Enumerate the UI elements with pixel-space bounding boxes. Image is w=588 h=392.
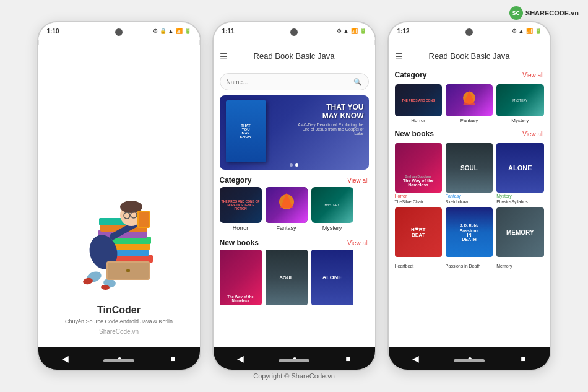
phone-1-screen: TinCoder Chuyên Source Code Android Java… [38,45,200,347]
category-label-fantasy: Fantasy [276,225,296,231]
phone-3-category-header: Category View all [389,68,550,82]
phone-3-status-icons: ⚙▲📶🔋 [512,28,542,34]
book-grid-cover-1: Graham Douglass The Way of the Nameless [395,143,442,193]
phone-3-category-title: Category [395,71,427,79]
fantasy-cover-3 [446,84,493,116]
nav-back-btn[interactable]: ◀ [62,354,69,364]
book-grid-cover-4: H❤RTBEAT [395,207,442,257]
watermark-top: SC SHARECODE.vn [509,6,579,20]
book-grid-cover-3: ALONE [496,143,543,193]
phone-3-header-title: Read Book Basic Java [429,51,510,61]
horror-cover-3: THE PROS AND CONS [395,84,442,116]
brand-name: SHARECODE.vn [525,9,579,17]
phone-2-banner-title: THAT YOUMAY KNOW [296,103,364,121]
cat-grid-fantasy[interactable]: Fantasy [446,84,493,123]
svg-rect-22 [139,212,149,227]
nav-recent-btn[interactable]: ■ [170,354,175,364]
book-grid-1[interactable]: Graham Douglass The Way of the Nameless … [395,143,442,204]
book-item-3[interactable]: ALONE [311,250,353,305]
book-grid-5[interactable]: J. D. Robb PassionsINDEATH · Passions in… [446,207,493,268]
book-title-1: TheSilverChair [395,199,442,204]
cat-grid-horror[interactable]: THE PROS AND CONS Horror [395,84,442,123]
phone-1-nav: ◀ ● ■ [38,347,200,370]
book-genre-2: Fantasy [446,194,493,198]
category-label-mystery: Mystery [322,225,342,231]
phone-2-search-input[interactable] [227,79,353,85]
banner-dot-2[interactable] [295,163,298,167]
phone-2-menu-icon[interactable]: ☰ [220,51,228,61]
book-cover-1: The Way of the Nameless [220,250,262,305]
phone-2-screen: ☰ Read Book Basic Java 🔍 THATYOUMAYKNOW … [214,45,375,347]
phone-1-camera [115,28,123,36]
phone-3-speaker [454,359,485,362]
book-title-5: Passions in Death [446,264,493,268]
phone-3-books-grid: Graham Douglass The Way of the Nameless … [389,141,550,271]
book-grid-4[interactable]: H❤RTBEAT · Heartbeat [395,207,442,268]
phone-2-nav-back[interactable]: ◀ [237,354,244,364]
phone-3-newbooks-title: New books [395,129,434,138]
splash-content: TinCoder Chuyên Source Code Android Java… [38,45,200,347]
phone-3-nav-back[interactable]: ◀ [412,354,419,364]
book-title-6: Memory [496,264,543,268]
phone-2-nav-recent[interactable]: ■ [345,354,350,364]
splash-watermark: ShareCode.vn [99,328,139,335]
phone-3: 1:12 ⚙▲📶🔋 ☰ Read Book Basic Java Categor… [387,21,551,371]
phone-1-time: 1:10 [47,28,59,35]
cat-grid-img-mystery: MYSTERY [496,84,543,116]
phone-3-category-grid: THE PROS AND CONS Horror F [389,82,550,127]
phone-2-app-header: ☰ Read Book Basic Java [214,45,375,68]
phone-2-status-icons: ⚙▲📶🔋 [337,28,366,34]
phone-2-category-row: THE PROS AND CONS OF GORE IN SCIENCE FIC… [214,187,375,236]
horror-cover: THE PROS AND CONS OF GORE IN SCIENCE FIC… [220,187,262,223]
phone-2-nav: ◀ ● ■ [214,347,375,370]
phone-2-camera [290,28,298,36]
cat-grid-label-mystery: Mystery [511,118,529,123]
book-grid-cover-5: J. D. Robb PassionsINDEATH [446,207,493,257]
phone-2-search-icon: 🔍 [353,78,362,86]
phone-3-nav-recent[interactable]: ■ [521,354,525,364]
phone-3-newbooks-header: New books View all [389,127,550,141]
phone-1-speaker [103,359,134,362]
book-cover-2: SOUL [266,250,308,305]
splash-tagline: Chuyên Source Code Android Java & Kotlin [65,318,173,324]
cat-grid-mystery[interactable]: MYSTERY Mystery [496,84,543,123]
phone-3-newbooks-view-all[interactable]: View all [522,131,543,137]
cat-grid-label-fantasy: Fantasy [460,118,478,123]
category-img-fantasy [266,187,308,223]
book-grid-2[interactable]: SOUL Fantasy Sketchdraw [446,143,493,204]
phone-2-time: 1:11 [222,28,235,35]
category-img-horror: THE PROS AND CONS OF GORE IN SCIENCE FIC… [220,187,262,223]
phone-2-newbooks-title: New books [220,238,259,247]
phone-3-category-view-all[interactable]: View all [522,72,543,79]
cat-grid-img-fantasy [446,84,493,116]
category-card-fantasy[interactable]: Fantasy [266,187,308,231]
phone-2-banner-dots [290,163,298,167]
book-title-2: Sketchdraw [446,199,493,204]
phone-3-menu-icon[interactable]: ☰ [395,51,403,61]
book-genre-1: Horror [395,194,442,198]
book-title-4: Heartbeat [395,264,442,268]
phone-1: 1:10 ⚙🔒▲📶🔋 [37,21,201,371]
phone-2-header-title: Read Book Basic Java [254,51,335,61]
phone-3-camera [465,28,473,36]
phone-2-category-view-all[interactable]: View all [347,177,368,184]
phone-2-books-row: The Way of the Nameless SOUL ALONE [214,250,375,305]
category-card-horror[interactable]: THE PROS AND CONS OF GORE IN SCIENCE FIC… [220,187,262,231]
category-card-mystery[interactable]: MYSTERY Mystery [311,187,353,231]
phone-2-banner-subtitle: A 40-Day Devotional Exploring the Life o… [296,123,364,136]
book-grid-3[interactable]: ALONE Mystery PhysicsSyllabus [496,143,543,204]
phones-container: 1:10 ⚙🔒▲📶🔋 [31,15,558,377]
phone-2: 1:11 ⚙▲📶🔋 ☰ Read Book Basic Java 🔍 THATY… [212,21,376,371]
book-item-2[interactable]: SOUL [266,250,308,305]
banner-dot-1[interactable] [290,163,293,167]
book-item-1[interactable]: The Way of the Nameless [220,250,262,305]
svg-point-25 [126,269,130,272]
phone-2-newbooks-view-all[interactable]: View all [347,240,368,246]
book-genre-3: Mystery [496,194,543,198]
phone-3-time: 1:12 [397,28,410,35]
phone-2-search-bar[interactable]: 🔍 [220,73,369,90]
watermark-bottom: Copyright © ShareCode.vn [253,372,335,380]
book-grid-6[interactable]: MEMORY · Memory [496,207,543,268]
svg-line-20 [130,215,131,216]
phone-2-category-title: Category [220,176,252,185]
